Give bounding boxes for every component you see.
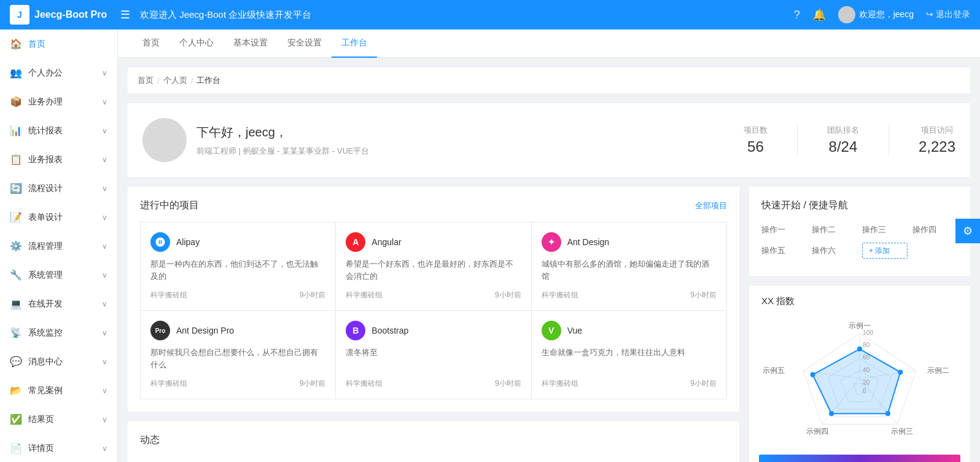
quick-nav-item-3[interactable]: 操作三 bbox=[862, 222, 908, 238]
sidebar-label: 在线开发 bbox=[28, 299, 63, 310]
quick-nav-item-2[interactable]: 操作二 bbox=[812, 222, 857, 238]
svg-text:100: 100 bbox=[863, 329, 873, 336]
svg-text:示例四: 示例四 bbox=[806, 427, 828, 436]
doc-icon: 📄 bbox=[10, 442, 22, 454]
content-area: 首页 / 个人页 / 工作台 下午好，jeecg， 前端工程师 | 蚂蚁全服 -… bbox=[118, 58, 980, 462]
svg-point-14 bbox=[829, 411, 834, 416]
stat-visits: 项目访问 2,223 bbox=[919, 125, 955, 155]
logout-button[interactable]: ↪ 退出登录 bbox=[926, 9, 970, 20]
svg-point-11 bbox=[857, 346, 862, 351]
project-group-vue: 科学搬砖组 bbox=[542, 378, 578, 389]
profile-desc: 前端工程师 | 蚂蚁全服 - 某某某事业群 - VUE平台 bbox=[196, 146, 369, 157]
sidebar-label: 系统管理 bbox=[28, 270, 63, 281]
sidebar-label: 系统监控 bbox=[28, 327, 63, 339]
sidebar-item-business[interactable]: 📦 业务办理 ∨ bbox=[0, 87, 117, 116]
all-projects-link[interactable]: 全部项目 bbox=[695, 200, 727, 211]
breadcrumb-sep1: / bbox=[157, 76, 160, 85]
quick-nav-item-1[interactable]: 操作一 bbox=[761, 222, 807, 238]
settings-float-button[interactable]: ⚙ bbox=[955, 219, 980, 243]
stat-label-visits: 项目访问 bbox=[919, 125, 955, 136]
sidebar-label: 结果页 bbox=[28, 414, 54, 425]
dynamic-card: 动态 Barbara Lee 在 白酱渐进开发组 更新 英组计划 bbox=[128, 421, 739, 462]
sidebar-item-result[interactable]: ✅ 结果页 ∨ bbox=[0, 405, 117, 434]
svg-text:60: 60 bbox=[863, 354, 870, 361]
profile-info: 下午好，jeecg， 前端工程师 | 蚂蚁全服 - 某某某事业群 - VUE平台 bbox=[196, 124, 369, 157]
svg-text:示例五: 示例五 bbox=[763, 366, 785, 375]
flow-icon: 🔄 bbox=[10, 182, 22, 194]
project-desc-bootstrap: 凛冬将至 bbox=[346, 346, 521, 371]
sidebar-label: 消息中心 bbox=[28, 356, 63, 367]
breadcrumb-current: 工作台 bbox=[196, 75, 220, 86]
tab-security[interactable]: 安全设置 bbox=[278, 29, 332, 58]
quick-nav-item-5[interactable]: 操作五 bbox=[761, 243, 807, 259]
profile-avatar bbox=[142, 118, 187, 162]
project-card-antdesignpro[interactable]: Pro Ant Design Pro 那时候我只会想自己想要什么，从不想自己拥有… bbox=[141, 311, 335, 399]
sidebar-item-stats[interactable]: 📊 统计报表 ∨ bbox=[0, 116, 117, 145]
help-icon[interactable]: ? bbox=[794, 9, 800, 22]
form-icon: 📝 bbox=[10, 211, 22, 223]
project-grid: Alipay 那是一种内在的东西，他们到达不了，也无法触及的 科学搬砖组 9小时… bbox=[140, 222, 727, 399]
menu-toggle-icon[interactable]: ☰ bbox=[120, 8, 130, 22]
sidebar-item-business-report[interactable]: 📋 业务报表 ∨ bbox=[0, 145, 117, 174]
breadcrumb-home[interactable]: 首页 bbox=[138, 75, 154, 86]
antdesign-logo: ✦ bbox=[542, 232, 561, 252]
svg-text:0: 0 bbox=[863, 388, 866, 394]
sidebar-item-home[interactable]: 🏠 首页 bbox=[0, 29, 117, 58]
signal-icon: 📡 bbox=[10, 327, 22, 339]
sidebar-item-sys-mgmt[interactable]: 🔧 系统管理 ∨ bbox=[0, 260, 117, 289]
stat-projects: 项目数 56 bbox=[744, 125, 768, 155]
breadcrumb-personal[interactable]: 个人页 bbox=[163, 75, 187, 86]
project-name-bootstrap: Bootstrap bbox=[371, 326, 408, 335]
tab-basic-settings[interactable]: 基本设置 bbox=[224, 29, 278, 58]
dynamic-header: 动态 bbox=[140, 434, 727, 447]
sidebar-item-form-design[interactable]: 📝 表单设计 ∨ bbox=[0, 203, 117, 232]
sidebar: 🏠 首页 👥 个人办公 ∨ 📦 业务办理 ∨ 📊 统计报表 ∨ bbox=[0, 29, 118, 462]
project-card-alipay[interactable]: Alipay 那是一种内在的东西，他们到达不了，也无法触及的 科学搬砖组 9小时… bbox=[141, 222, 335, 310]
two-col-layout: 进行中的项目 全部项目 Alipay bbox=[128, 187, 970, 462]
chart-icon: 📊 bbox=[10, 125, 22, 136]
chevron-icon: ∨ bbox=[102, 386, 107, 395]
svg-text:示例二: 示例二 bbox=[927, 366, 949, 375]
sidebar-item-messages[interactable]: 💬 消息中心 ∨ bbox=[0, 347, 117, 376]
project-card-angular[interactable]: A Angular 希望是一个好东西，也许是最好的，好东西是不会消亡的 科学搬砖… bbox=[336, 222, 531, 310]
side-col: 快速开始 / 便捷导航 操作一 操作二 操作三 操作四 操作五 操作六 + 添加 bbox=[749, 187, 970, 462]
settings-float-icon: ⚙ bbox=[963, 224, 973, 238]
project-card-vue[interactable]: V Vue 生命就像一盒巧克力，结果往往出人意料 科学搬砖组 9小时前 bbox=[532, 311, 726, 399]
sidebar-label: 业务办理 bbox=[28, 96, 63, 108]
project-card-antdesign[interactable]: ✦ Ant Design 城镇中有那么多的酒馆，她却偏偏走进了我的酒馆 科学搬砖… bbox=[532, 222, 726, 310]
sidebar-item-sys-monitor[interactable]: 📡 系统监控 ∨ bbox=[0, 318, 117, 347]
profile-stats: 项目数 56 团队排名 8/24 项目访问 2,223 bbox=[744, 125, 955, 155]
xx-title: XX 指数 bbox=[749, 286, 970, 315]
sidebar-item-flow-mgmt[interactable]: ⚙️ 流程管理 ∨ bbox=[0, 232, 117, 260]
project-desc-vue: 生命就像一盒巧克力，结果往往出人意料 bbox=[542, 346, 717, 371]
user-greeting: 欢迎您，jeecg bbox=[859, 9, 914, 20]
tab-home[interactable]: 首页 bbox=[133, 29, 169, 58]
project-desc-antdesign: 城镇中有那么多的酒馆，她却偏偏走进了我的酒馆 bbox=[542, 258, 717, 283]
settings-icon: 🔧 bbox=[10, 269, 22, 281]
project-desc-angular: 希望是一个好东西，也许是最好的，好东西是不会消亡的 bbox=[346, 258, 521, 283]
sidebar-item-online-dev[interactable]: 💻 在线开发 ∨ bbox=[0, 289, 117, 318]
antdesignpro-logo: Pro bbox=[150, 321, 170, 340]
angular-logo: A bbox=[346, 232, 365, 252]
tab-workspace[interactable]: 工作台 bbox=[332, 29, 377, 58]
project-desc-antdesignpro: 那时候我只会想自己想要什么，从不想自己拥有什么 bbox=[150, 346, 325, 371]
laptop-icon: 💻 bbox=[10, 298, 22, 310]
user-area: 欢迎您，jeecg bbox=[838, 6, 914, 23]
sidebar-label: 表单设计 bbox=[28, 212, 63, 223]
sidebar-item-examples[interactable]: 📂 常见案例 ∨ bbox=[0, 376, 117, 405]
tab-personal[interactable]: 个人中心 bbox=[169, 29, 224, 58]
project-card-bootstrap[interactable]: B Bootstrap 凛冬将至 科学搬砖组 9小时前 bbox=[336, 311, 531, 399]
project-desc-alipay: 那是一种内在的东西，他们到达不了，也无法触及的 bbox=[150, 258, 325, 283]
quick-nav-item-4[interactable]: 操作四 bbox=[912, 222, 958, 238]
project-group-bootstrap: 科学搬砖组 bbox=[346, 378, 383, 389]
bell-icon[interactable]: 🔔 bbox=[812, 8, 826, 22]
radar-svg: 示例一 示例二 示例三 示例四 示例五 100 80 60 40 20 bbox=[759, 315, 960, 440]
add-nav-button[interactable]: + 添加 bbox=[862, 243, 908, 259]
sidebar-item-flow-design[interactable]: 🔄 流程设计 ∨ bbox=[0, 174, 117, 203]
quick-nav-item-6[interactable]: 操作六 bbox=[812, 243, 857, 259]
chevron-icon: ∨ bbox=[102, 98, 107, 106]
sidebar-item-detail[interactable]: 📄 详情页 ∨ bbox=[0, 434, 117, 462]
sidebar-label: 流程设计 bbox=[28, 183, 63, 194]
sidebar-item-personal-office[interactable]: 👥 个人办公 ∨ bbox=[0, 58, 117, 87]
report-icon: 📋 bbox=[10, 154, 22, 165]
